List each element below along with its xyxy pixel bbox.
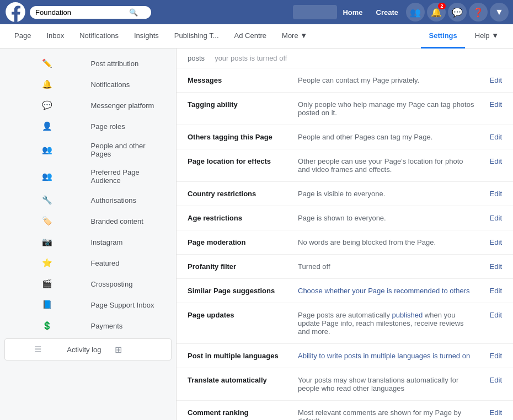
settings-value: Page is shown to everyone.	[298, 214, 480, 222]
edit-profanity-filter[interactable]: Edit	[490, 262, 502, 271]
sidebar-item-authorisations[interactable]: 🔧 Authorisations	[0, 190, 176, 211]
settings-label: Comment ranking	[188, 408, 298, 417]
sidebar-item-crossposting[interactable]: 🎬 Crossposting	[0, 273, 176, 294]
authorisations-icon: 🔧	[9, 195, 86, 206]
settings-value: Only people who help manage my Page can …	[298, 100, 480, 117]
settings-label: Country restrictions	[188, 190, 298, 198]
main-layout: ✏️ Post attribution 🔔 Notifications 💬 Me…	[0, 49, 513, 420]
edit-tagging[interactable]: Edit	[490, 100, 502, 109]
nav-more[interactable]: More ▼	[274, 24, 315, 49]
settings-content: posts your posts is turned off Messages …	[177, 49, 513, 420]
nav-notifications[interactable]: Notifications	[72, 24, 126, 49]
settings-value: Turned off	[298, 262, 480, 271]
settings-label: Messages	[188, 76, 298, 84]
sidebar-item-instagram[interactable]: 📷 Instagram	[0, 231, 176, 252]
settings-label: Age restrictions	[188, 214, 298, 222]
activity-log-label: Activity log	[67, 346, 114, 354]
settings-value: No words are being blocked from the Page…	[298, 238, 480, 246]
preferred-audience-icon: 👥	[9, 171, 86, 182]
settings-label: Tagging ability	[188, 100, 298, 109]
edit-comment-ranking[interactable]: Edit	[490, 408, 502, 417]
edit-page-moderation[interactable]: Edit	[490, 238, 502, 246]
sidebar-item-preferred-audience[interactable]: 👥 Preferred Page Audience	[0, 163, 176, 190]
settings-row-page-updates: Page updates Page posts are automaticall…	[177, 303, 513, 344]
chevron-down-icon[interactable]: ▼	[490, 3, 509, 21]
nav-page[interactable]: Page	[7, 24, 39, 49]
sidebar-item-people-pages[interactable]: 👥 People and other Pages	[0, 137, 176, 163]
sidebar-item-payments[interactable]: 💲 Payments	[0, 315, 176, 336]
settings-label: Page updates	[188, 311, 298, 319]
sidebar-item-messenger[interactable]: 💬 Messenger platform	[0, 95, 176, 116]
settings-label: Page location for effects	[188, 157, 298, 165]
sidebar-item-post-attribution[interactable]: ✏️ Post attribution	[0, 53, 176, 74]
settings-row-profanity-filter: Profanity filter Turned off Edit	[177, 255, 513, 279]
edit-similar-pages[interactable]: Edit	[490, 287, 502, 295]
add-icon[interactable]: ⊞	[115, 344, 162, 355]
nav-publishing[interactable]: Publishing T...	[167, 24, 227, 49]
search-input[interactable]	[35, 8, 129, 17]
edit-location-effects[interactable]: Edit	[490, 157, 502, 165]
search-icon: 🔍	[129, 8, 138, 17]
sidebar-item-label: Branded content	[91, 217, 168, 225]
nav-box	[293, 5, 337, 19]
edit-age-restrictions[interactable]: Edit	[490, 214, 502, 222]
home-link[interactable]: Home	[337, 6, 368, 19]
sidebar-item-label: Post attribution	[91, 60, 168, 68]
page-support-icon: 📘	[9, 299, 86, 310]
sidebar-item-label: Page Support Inbox	[91, 301, 168, 309]
friends-icon[interactable]: 👥	[406, 3, 425, 21]
settings-row-tagging: Tagging ability Only people who help man…	[177, 93, 513, 125]
settings-value: Most relevant comments are shown for my …	[298, 408, 480, 420]
settings-value: Ability to write posts in multiple langu…	[298, 352, 480, 360]
sidebar-item-label: Notifications	[91, 80, 168, 89]
nav-insights[interactable]: Insights	[126, 24, 167, 49]
edit-others-tagging[interactable]: Edit	[490, 133, 502, 141]
edit-multiple-languages[interactable]: Edit	[490, 352, 502, 360]
crossposting-icon: 🎬	[9, 278, 86, 289]
edit-messages[interactable]: Edit	[490, 76, 502, 84]
sidebar-item-page-roles[interactable]: 👤 Page roles	[0, 116, 176, 137]
settings-label: Post in multiple languages	[188, 352, 298, 360]
top-navigation: 🔍 Home Create 👥 🔔 2 💬 ❓ ▼	[0, 0, 513, 24]
settings-value: Other people can use your Page's locatio…	[298, 157, 480, 174]
settings-row-multiple-languages: Post in multiple languages Ability to wr…	[177, 344, 513, 368]
settings-value: Page posts are automatically published w…	[298, 311, 480, 336]
edit-translate[interactable]: Edit	[490, 376, 502, 384]
facebook-logo[interactable]	[4, 1, 26, 23]
notifications-icon: 🔔	[9, 79, 86, 90]
settings-label: Others tagging this Page	[188, 133, 298, 141]
nav-ad-centre[interactable]: Ad Centre	[227, 24, 275, 49]
settings-row-messages: Messages People can contact my Page priv…	[177, 68, 513, 93]
settings-row-others-tagging: Others tagging this Page People and othe…	[177, 125, 513, 149]
settings-value: Page is visible to everyone.	[298, 190, 480, 198]
settings-value: People and other Pages can tag my Page.	[298, 133, 480, 141]
settings-row-country-restrictions: Country restrictions Page is visible to …	[177, 182, 513, 206]
people-pages-icon: 👥	[9, 144, 86, 155]
settings-row-page-moderation: Page moderation No words are being block…	[177, 230, 513, 255]
settings-label: Similar Page suggestions	[188, 287, 298, 295]
sidebar-item-label: Messenger platform	[91, 101, 168, 110]
search-box[interactable]: 🔍	[30, 6, 151, 19]
instagram-icon: 📷	[9, 236, 86, 247]
sidebar-item-branded-content[interactable]: 🏷️ Branded content	[0, 211, 176, 231]
help-icon[interactable]: ❓	[469, 3, 488, 21]
edit-country-restrictions[interactable]: Edit	[490, 190, 502, 198]
sidebar: ✏️ Post attribution 🔔 Notifications 💬 Me…	[0, 49, 177, 420]
notifications-icon[interactable]: 🔔 2	[427, 3, 446, 21]
sidebar-item-label: Preferred Page Audience	[91, 168, 168, 185]
top-row-text: posts your posts is turned off	[188, 54, 287, 62]
nav-help[interactable]: Help ▼	[467, 24, 506, 49]
activity-log-item[interactable]: ☰ Activity log ⊞	[4, 338, 172, 360]
sidebar-item-label: Page roles	[91, 122, 168, 131]
nav-settings[interactable]: Settings	[421, 24, 464, 49]
create-link[interactable]: Create	[371, 6, 404, 19]
edit-page-updates[interactable]: Edit	[490, 311, 502, 319]
sidebar-item-featured[interactable]: ⭐ Featured	[0, 252, 176, 273]
settings-label: Profanity filter	[188, 262, 298, 271]
settings-row-translate: Translate automatically Your posts may s…	[177, 368, 513, 401]
sidebar-item-page-support[interactable]: 📘 Page Support Inbox	[0, 294, 176, 315]
sidebar-item-notifications[interactable]: 🔔 Notifications	[0, 74, 176, 95]
messenger-icon[interactable]: 💬	[448, 3, 467, 21]
nav-inbox[interactable]: Inbox	[39, 24, 72, 49]
settings-row-age-restrictions: Age restrictions Page is shown to everyo…	[177, 206, 513, 230]
